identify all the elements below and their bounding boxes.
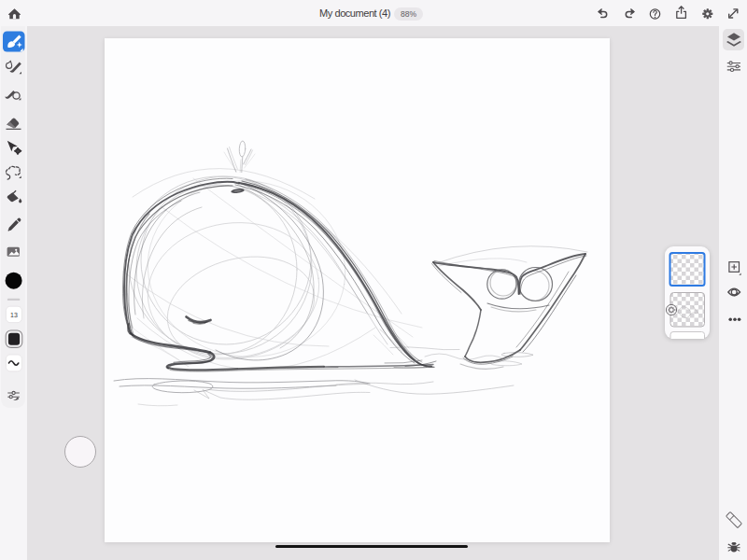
svg-text:13: 13	[10, 312, 18, 318]
